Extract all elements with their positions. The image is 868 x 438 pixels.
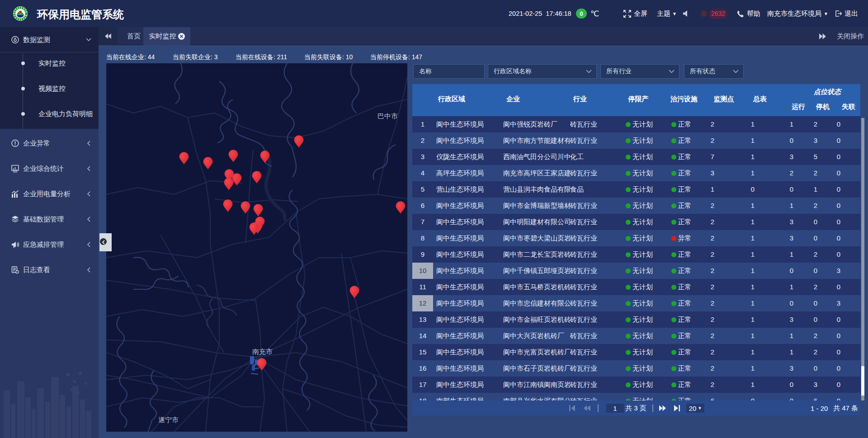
svg-text:南充市: 南充市 xyxy=(252,348,273,355)
svg-text:巴中市: 巴中市 xyxy=(377,112,398,120)
svg-text:遂宁市: 遂宁市 xyxy=(158,416,179,424)
